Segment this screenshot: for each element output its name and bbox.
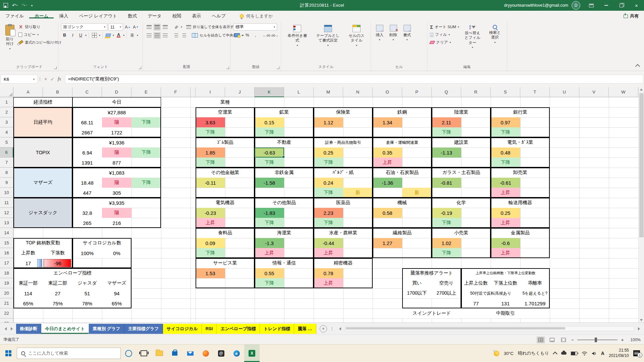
sheet-tab-今日のまとめサイト[interactable]: 今日のまとめサイト [41, 324, 89, 334]
cell-D12[interactable]: 陽 [102, 208, 131, 218]
column-header-S[interactable]: S [491, 87, 520, 97]
cell-S13[interactable]: 上昇 [491, 218, 520, 228]
cell-O14[interactable]: 繊維製品 [373, 228, 432, 238]
cell-I3[interactable]: 3.63 [196, 117, 225, 127]
cell-S3[interactable]: 0.97 [491, 117, 520, 127]
align-center-button[interactable] [154, 32, 161, 39]
zoom-slider[interactable] [577, 340, 618, 340]
sheet-tab-トレンド指標[interactable]: トレンド指標 [260, 324, 294, 334]
ribbon-display-options-button[interactable] [584, 0, 599, 11]
cell-C6[interactable]: 6.94 [72, 147, 102, 158]
column-header-Q[interactable]: Q [432, 87, 461, 97]
cell-A20[interactable]: 114 [13, 288, 43, 298]
column-header-I[interactable]: I [196, 87, 225, 97]
cell-K11[interactable]: その他製品 [255, 198, 314, 208]
row-header-8[interactable]: 8 [0, 168, 13, 178]
sheet-tab-主要指標グラフ[interactable]: 主要指標グラフ [124, 324, 163, 334]
cell-M8[interactable]: ﾊﾟﾙﾌﾟ・紙 [314, 168, 373, 178]
battery-icon[interactable] [571, 352, 577, 355]
row-header-18[interactable]: 18 [0, 268, 13, 278]
column-header-O[interactable]: O [373, 87, 402, 97]
cell-A21[interactable]: 65% [13, 298, 43, 308]
cell-R18[interactable]: 上昇率上位銘柄数・下降率上位変動数 [461, 268, 550, 278]
cell-K7[interactable]: 下降 [255, 158, 284, 168]
mail-button[interactable] [182, 345, 198, 362]
horizontal-scrollbar[interactable] [337, 326, 642, 331]
cell-D19[interactable]: マザーズ [102, 278, 131, 288]
sort-filter-button[interactable]: AZ 並べ替えとフィルター▾ [461, 23, 484, 51]
formula-bar-splitter[interactable] [40, 77, 40, 81]
sheet-tab-RSI[interactable]: RSI [202, 324, 217, 334]
cell-C12[interactable]: 32.8 [72, 208, 102, 218]
browser-button[interactable] [198, 345, 213, 362]
cell-C21[interactable]: 78% [72, 298, 102, 308]
clear-button[interactable]: クリア▾ [430, 39, 459, 46]
cell-M9[interactable]: 0.24 [314, 178, 343, 188]
ribbon-tab-挿入[interactable]: 挿入 [54, 13, 73, 18]
copy-button[interactable]: コピー▾ [18, 31, 61, 38]
cell-C19[interactable]: ジャスダ [72, 278, 102, 288]
column-header-E[interactable]: E [131, 87, 161, 97]
cell-C11[interactable]: ¥3,935 [72, 198, 161, 208]
align-left-button[interactable] [146, 32, 153, 39]
share-button[interactable]: 共有 [624, 13, 639, 19]
cell-A8[interactable]: マザーズ [13, 168, 72, 198]
cell-M6[interactable]: 0.25 [314, 147, 343, 158]
cell-I5[interactable]: ｺﾞﾑ製品 [196, 137, 255, 147]
cell-B20[interactable]: 27 [43, 288, 72, 298]
enter-icon[interactable]: ✓ [50, 76, 54, 82]
select-all-corner[interactable] [0, 87, 13, 97]
cell-P22[interactable]: スイングトレード [402, 308, 461, 318]
cell-S8[interactable]: 卸売業 [491, 168, 550, 178]
cell-K6[interactable]: -0.63 [255, 147, 284, 158]
column-header-P[interactable]: P [402, 87, 432, 97]
show-hidden-icons-chevron[interactable] [553, 351, 557, 356]
column-header-C[interactable]: C [72, 87, 102, 97]
wrap-text-button[interactable]: 折り返して全体を表示する [186, 23, 238, 31]
cell-R22[interactable]: 中期取引 [461, 308, 550, 318]
cell-A16[interactable]: 上昇数 [13, 248, 43, 258]
cell-K4[interactable]: 下降 [255, 127, 284, 137]
cell-O7[interactable]: 上昇 [373, 158, 402, 168]
decrease-font-button[interactable]: A▼ [132, 24, 139, 31]
cell-S5[interactable]: 電気・ｶﾞｽ業 [491, 137, 550, 147]
cell-Q9[interactable]: -0.81 [432, 178, 461, 188]
cell-I16[interactable]: 下降 [196, 248, 225, 258]
cell-K8[interactable]: 非鉄金属 [255, 168, 314, 178]
cell-K12[interactable]: -1.83 [255, 208, 284, 218]
column-header-A[interactable]: A [13, 87, 43, 97]
taskbar-clock[interactable]: 21:55 2021/08/10 [609, 348, 629, 358]
row-header-1[interactable]: 1 [0, 97, 13, 107]
cell-M10[interactable]: 下降 [314, 188, 343, 198]
decrease-decimal-button[interactable]: .00→ [271, 32, 278, 39]
notification-center-button[interactable]: 1 [633, 350, 640, 356]
sheet-tab-サイコロジカル[interactable]: サイコロジカル [163, 324, 202, 334]
column-header-F[interactable]: F [161, 87, 191, 97]
column-header-M[interactable]: M [314, 87, 343, 97]
cell-K5[interactable]: 不動産 [255, 137, 314, 147]
percent-format-button[interactable]: % [244, 32, 251, 39]
cell-K13[interactable]: 下降 [255, 218, 284, 228]
cell-C13[interactable]: 265 [72, 218, 102, 228]
row-header-4[interactable]: 4 [0, 127, 13, 137]
cell-M15[interactable]: -0.44 [314, 238, 343, 248]
page-break-view-button[interactable] [559, 337, 568, 343]
cell-I4[interactable]: 下降 [196, 127, 225, 137]
cell-E9[interactable]: 下降 [131, 178, 161, 188]
cell-C1[interactable]: 今日 [72, 97, 161, 107]
cell-O5[interactable]: 倉庫・運輸関連業 [373, 137, 432, 147]
currency-format-button[interactable] [233, 32, 240, 39]
row-header-10[interactable]: 10 [0, 188, 13, 198]
cell-A15[interactable]: TOP 銘柄数変動 [13, 238, 72, 248]
mail-app-button[interactable]: @ [213, 345, 229, 362]
cell-P10[interactable]: 新 [402, 188, 432, 198]
cell-I11[interactable]: 電気機器 [196, 198, 255, 208]
ribbon-tab-ファイル[interactable]: ファイル [0, 13, 29, 18]
cell-I14[interactable]: 食料品 [196, 228, 255, 238]
scroll-up-arrow[interactable] [640, 88, 643, 90]
cell-P20[interactable]: 1700以下 [402, 288, 432, 298]
excel-taskbar-button[interactable]: X [244, 345, 260, 362]
cell-C3[interactable]: 68.11 [72, 117, 102, 127]
row-header-5[interactable]: 5 [0, 137, 13, 147]
bold-button[interactable]: B [61, 32, 68, 39]
